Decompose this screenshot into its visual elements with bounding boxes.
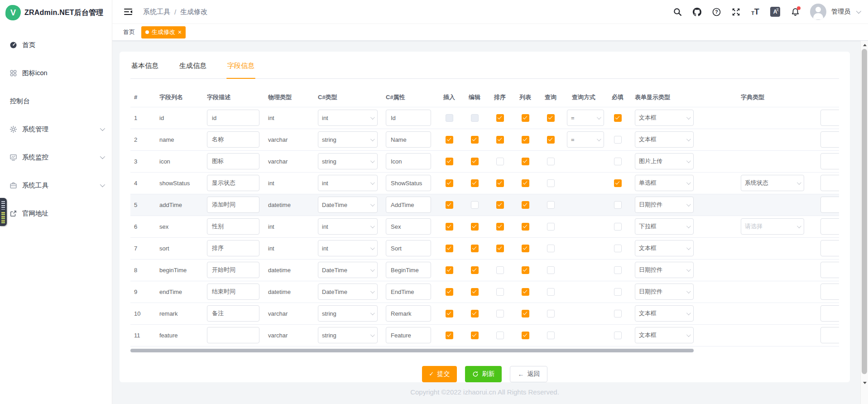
display-type-select[interactable]: 单选框 [635, 175, 694, 191]
required-checkbox[interactable] [614, 114, 622, 122]
sort-checkbox[interactable] [496, 179, 504, 187]
insert-checkbox[interactable] [446, 266, 453, 274]
edit-checkbox[interactable] [471, 179, 479, 187]
cs-property-input[interactable]: ShowStatus [386, 175, 431, 191]
column-desc-input[interactable]: 添加时间 [207, 197, 259, 213]
logo[interactable]: V ZRAdmin.NET后台管理 [0, 0, 112, 25]
edit-checkbox[interactable] [471, 136, 479, 144]
list-checkbox[interactable] [522, 266, 529, 274]
insert-checkbox[interactable] [446, 332, 453, 339]
collapse-menu-icon[interactable] [123, 7, 133, 17]
sort-checkbox[interactable] [496, 310, 504, 317]
scroll-up-arrow-icon[interactable] [861, 42, 868, 48]
required-checkbox[interactable] [614, 223, 622, 231]
display-type-select[interactable]: 日期控件 [635, 197, 694, 213]
sort-checkbox[interactable] [496, 114, 504, 122]
edit-checkbox[interactable] [471, 288, 479, 296]
cs-type-select[interactable]: DateTime [318, 284, 378, 300]
refresh-button[interactable]: 刷新 [465, 366, 502, 382]
column-desc-input[interactable]: id [207, 110, 259, 126]
cs-type-select[interactable]: int [318, 240, 378, 256]
sort-checkbox[interactable] [496, 245, 504, 252]
cs-property-input[interactable]: Icon [386, 153, 431, 169]
edit-checkbox[interactable] [471, 266, 479, 274]
column-desc-input[interactable]: 性别 [207, 218, 259, 235]
sidebar-item-official-site[interactable]: 官网地址 [0, 199, 112, 227]
required-checkbox[interactable] [614, 179, 622, 187]
cs-type-select[interactable]: string [318, 305, 378, 322]
cs-type-select[interactable]: int [318, 110, 378, 126]
display-type-select[interactable]: 文本框 [635, 305, 694, 322]
query-checkbox[interactable] [547, 223, 555, 231]
list-checkbox[interactable] [522, 223, 529, 231]
column-desc-input[interactable]: 开始时间 [207, 262, 259, 278]
submit-button[interactable]: 提交 [422, 366, 457, 382]
required-checkbox[interactable] [614, 158, 622, 165]
help-icon[interactable]: ? [712, 7, 721, 16]
user-name[interactable]: 管理员 [831, 8, 850, 16]
list-checkbox[interactable] [522, 332, 529, 339]
scroll-down-arrow-icon[interactable] [861, 380, 868, 386]
github-icon[interactable] [692, 7, 701, 16]
column-desc-input[interactable]: 显示状态 [207, 175, 259, 191]
edit-checkbox[interactable] [471, 201, 479, 209]
cs-property-input[interactable]: Remark [386, 305, 431, 322]
required-checkbox[interactable] [614, 288, 622, 296]
sort-checkbox[interactable] [496, 136, 504, 144]
cs-property-input[interactable]: Id [386, 110, 431, 126]
horizontal-scrollbar-thumb[interactable] [130, 349, 694, 352]
cs-type-select[interactable]: int [318, 218, 378, 235]
trailing-input[interactable] [820, 131, 839, 148]
display-type-select[interactable]: 文本框 [635, 327, 694, 343]
vertical-scrollbar-thumb[interactable] [862, 49, 867, 374]
cs-type-select[interactable]: string [318, 153, 378, 169]
query-checkbox[interactable] [547, 245, 555, 252]
trailing-input[interactable] [820, 197, 839, 213]
query-checkbox[interactable] [547, 288, 555, 296]
list-checkbox[interactable] [522, 136, 529, 144]
edit-checkbox[interactable] [471, 158, 479, 165]
trailing-input[interactable] [820, 262, 839, 278]
edit-checkbox[interactable] [471, 114, 479, 122]
cs-type-select[interactable]: string [318, 327, 378, 343]
list-checkbox[interactable] [522, 288, 529, 296]
column-desc-input[interactable]: 图标 [207, 153, 259, 169]
required-checkbox[interactable] [614, 136, 622, 144]
query-type-select[interactable]: = [567, 131, 604, 148]
list-checkbox[interactable] [522, 114, 529, 122]
trailing-input[interactable] [820, 175, 839, 191]
required-checkbox[interactable] [614, 332, 622, 339]
font-size-icon[interactable] [751, 7, 760, 16]
edit-checkbox[interactable] [471, 310, 479, 317]
column-desc-input[interactable] [207, 327, 259, 343]
display-type-select[interactable]: 日期控件 [635, 262, 694, 278]
required-checkbox[interactable] [614, 266, 622, 274]
display-type-select[interactable]: 文本框 [635, 131, 694, 148]
cs-property-input[interactable]: Sort [386, 240, 431, 256]
sort-checkbox[interactable] [496, 201, 504, 209]
trailing-input[interactable] [820, 327, 839, 343]
sort-checkbox[interactable] [496, 266, 504, 274]
trailing-input[interactable] [820, 305, 839, 322]
avatar[interactable] [810, 4, 826, 20]
display-type-select[interactable]: 文本框 [635, 110, 694, 126]
required-checkbox[interactable] [614, 245, 622, 252]
sidebar-item-system-monitor[interactable]: 系统监控 [0, 143, 112, 171]
dict-type-select[interactable]: 请选择 [741, 218, 804, 235]
insert-checkbox[interactable] [446, 310, 453, 317]
display-type-select[interactable]: 日期控件 [635, 284, 694, 300]
cs-property-input[interactable]: Sex [386, 218, 431, 235]
query-checkbox[interactable] [547, 332, 555, 339]
vertical-scrollbar[interactable] [860, 41, 868, 404]
dict-type-select[interactable]: 系统状态 [741, 175, 804, 191]
sidebar-item-system-tools[interactable]: 系统工具 [0, 171, 112, 199]
cs-property-input[interactable]: Feature [386, 327, 431, 343]
insert-checkbox[interactable] [446, 201, 453, 209]
chevron-down-icon[interactable] [856, 9, 861, 14]
trailing-input[interactable] [820, 240, 839, 256]
query-checkbox[interactable] [547, 114, 555, 122]
trailing-input[interactable] [820, 284, 839, 300]
list-checkbox[interactable] [522, 179, 529, 187]
required-checkbox[interactable] [614, 201, 622, 209]
sidebar-item-icons[interactable]: 图标icon [0, 59, 112, 87]
